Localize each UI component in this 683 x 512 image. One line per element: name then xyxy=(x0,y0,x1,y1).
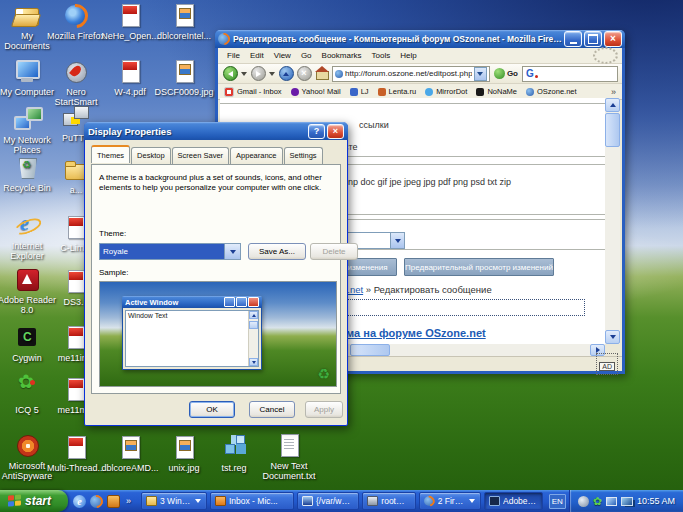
home-button[interactable] xyxy=(314,66,330,81)
task-var-www[interactable]: {/var/www... xyxy=(297,492,359,510)
quicklaunch-app-icon[interactable] xyxy=(107,495,120,508)
stop-button[interactable]: × xyxy=(296,66,312,81)
preview-changes-button[interactable]: Предварительный просмотр изменений xyxy=(404,258,554,276)
task-buttons: 3 Windo... Inbox - Mic... {/var/www... r… xyxy=(138,492,546,510)
theme-combobox[interactable]: Royale xyxy=(99,243,241,260)
taskbar-clock[interactable]: 10:55 AM xyxy=(637,496,675,506)
sample-maximize-icon xyxy=(236,297,247,307)
menu-file[interactable]: File xyxy=(222,50,245,61)
oszone-ad-link[interactable]: ама на форуме OSzone.net xyxy=(340,327,486,339)
scroll-down-button[interactable] xyxy=(605,330,620,344)
delete-button[interactable]: Delete xyxy=(310,243,358,260)
desktop-icon-label: dblcoreAMD... xyxy=(100,463,160,473)
desktop-icon-dblcoreamd[interactable]: dblcoreAMD... xyxy=(100,434,160,473)
tray-network-icon[interactable] xyxy=(621,497,633,506)
back-dropdown-icon[interactable] xyxy=(241,72,247,76)
task-inbox[interactable]: Inbox - Mic... xyxy=(210,492,294,510)
horizontal-scroll-thumb[interactable] xyxy=(350,344,390,356)
start-button[interactable]: start xyxy=(0,490,68,512)
language-indicator[interactable]: EN xyxy=(549,494,566,509)
tab-themes[interactable]: Themes xyxy=(91,145,130,163)
focus-outline-box xyxy=(345,299,585,316)
task-firefox-group[interactable]: 2 Firefox xyxy=(419,492,481,510)
desktop-icon-dblcoreintel[interactable]: dblcoreIntel... xyxy=(154,2,214,41)
quicklaunch-ie-icon[interactable]: e xyxy=(73,495,86,508)
menu-tools[interactable]: Tools xyxy=(367,50,396,61)
bookmark-lj[interactable]: LJ xyxy=(350,87,369,96)
bookmark-oszone[interactable]: OSzone.net xyxy=(526,87,577,96)
cancel-button[interactable]: Cancel xyxy=(249,401,295,418)
bookmark-gmail[interactable]: Gmail - Inbox xyxy=(224,87,282,97)
bookmark-yahoo-mail[interactable]: Yahoo! Mail xyxy=(291,87,341,96)
tray-volume-icon[interactable] xyxy=(578,496,589,507)
reload-button[interactable] xyxy=(278,66,294,81)
sample-scrollbar xyxy=(248,311,258,366)
desktop-icon-dscf0009[interactable]: DSCF0009.jpg xyxy=(154,58,214,97)
bookmark-mirrordot[interactable]: MirrorDot xyxy=(425,87,467,96)
ok-button[interactable]: OK xyxy=(189,401,235,418)
dialog-titlebar[interactable]: Display Properties ? × xyxy=(84,122,348,140)
firefox-window-title: Редактировать сообщение - Компьютерный ф… xyxy=(233,34,562,44)
scroll-up-button[interactable] xyxy=(605,98,620,112)
vertical-scrollbar[interactable] xyxy=(605,98,620,344)
group-dropdown-icon xyxy=(469,499,475,503)
firefox-titlebar[interactable]: Редактировать сообщение - Компьютерный ф… xyxy=(215,30,625,48)
image-file-icon xyxy=(170,2,198,28)
task-windows-group[interactable]: 3 Windo... xyxy=(141,492,207,510)
menu-edit[interactable]: Edit xyxy=(245,50,269,61)
windows-flag-icon xyxy=(8,494,21,507)
google-search-input[interactable]: G xyxy=(522,66,618,82)
tab-screen-saver[interactable]: Screen Saver xyxy=(172,147,229,165)
back-button[interactable] xyxy=(222,66,238,81)
image-file-icon xyxy=(170,58,198,84)
forward-dropdown-icon[interactable] xyxy=(269,72,275,76)
theme-description: A theme is a background plus a set of so… xyxy=(99,173,334,193)
tab-desktop[interactable]: Desktop xyxy=(131,147,171,165)
combo-dropdown-button[interactable] xyxy=(224,244,240,259)
forward-button[interactable] xyxy=(250,66,266,81)
maximize-button[interactable] xyxy=(584,31,602,47)
desktop-icon-new-text-document[interactable]: New Text Document.txt xyxy=(259,432,319,481)
tab-settings[interactable]: Settings xyxy=(284,147,323,165)
adblock-status[interactable]: AD xyxy=(596,353,618,375)
desktop-icon-tst-reg[interactable]: tst.reg xyxy=(204,434,264,473)
url-dropdown-button[interactable] xyxy=(474,67,487,81)
bookmark-noname[interactable]: NoNaMe xyxy=(476,87,517,96)
tray-display-icon[interactable] xyxy=(606,497,617,506)
desktop-icon-w4-pdf[interactable]: W-4.pdf xyxy=(100,58,160,97)
quick-launch: e » xyxy=(68,495,138,508)
apply-button[interactable]: Apply xyxy=(305,401,343,418)
vertical-scroll-thumb[interactable] xyxy=(605,113,620,147)
quicklaunch-firefox-icon[interactable] xyxy=(90,495,103,508)
pdf-file-icon xyxy=(116,58,144,84)
firefox-icon xyxy=(424,496,435,506)
menu-go[interactable]: Go xyxy=(296,50,317,61)
tab-appearance[interactable]: Appearance xyxy=(230,147,282,165)
task-root-vesu[interactable]: root@vesu... xyxy=(362,492,415,510)
menu-bookmarks[interactable]: Bookmarks xyxy=(317,50,367,61)
desktop-icon-label: DSCF0009.jpg xyxy=(154,87,214,97)
save-as-button[interactable]: Save As... xyxy=(248,243,306,260)
bookmarks-overflow-chevron[interactable]: » xyxy=(611,87,616,97)
yahoo-icon xyxy=(291,88,299,96)
dialog-title: Display Properties xyxy=(88,126,306,137)
task-adobe-photoshop[interactable]: Adobe Pho... xyxy=(484,492,543,510)
url-input[interactable]: http://forum.oszone.net/editpost.php?do=… xyxy=(345,69,472,78)
desktop-icon-nero-startsmart[interactable]: Nero StartSmart xyxy=(46,58,106,107)
desktop-icon-nehe-open[interactable]: NeHe_Open... xyxy=(100,2,160,41)
menu-view[interactable]: View xyxy=(269,50,296,61)
quicklaunch-overflow-chevron[interactable]: » xyxy=(126,496,131,506)
desktop-icon-multi-thread[interactable]: Multi-Thread... xyxy=(46,434,106,473)
help-button[interactable]: ? xyxy=(308,124,325,139)
desktop-icon-mozilla-firefox[interactable]: Mozilla Firefox xyxy=(46,2,106,41)
minimize-button[interactable] xyxy=(564,31,582,47)
go-button[interactable]: Go xyxy=(492,68,520,79)
dialog-close-button[interactable]: × xyxy=(327,124,344,139)
bookmark-lenta[interactable]: Lenta.ru xyxy=(378,87,417,96)
menu-help[interactable]: Help xyxy=(395,50,421,61)
close-button[interactable]: × xyxy=(604,31,622,47)
terminal-icon xyxy=(302,496,313,506)
url-bar[interactable]: http://forum.oszone.net/editpost.php?do=… xyxy=(332,66,490,82)
go-icon xyxy=(494,68,505,79)
tray-icq-icon[interactable]: ✿ xyxy=(593,496,602,507)
